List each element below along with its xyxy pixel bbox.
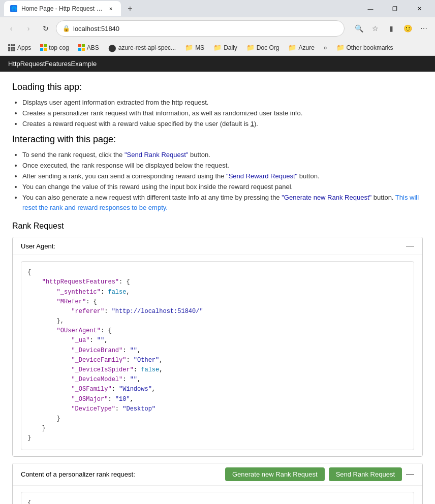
interacting-bullet-4: You can change the value of this reward … <box>22 182 423 193</box>
bookmark-more[interactable]: » <box>320 43 331 53</box>
bookmark-abs-label: ABS <box>87 44 99 51</box>
app-name: HttpRequestFeaturesExample <box>8 60 97 68</box>
interacting-bullet-1: To send the rank request, click the "Sen… <box>22 150 423 161</box>
folder-ms-icon: 📁 <box>185 44 193 51</box>
back-button[interactable]: ‹ <box>4 21 18 36</box>
folder-doc-org-icon: 📁 <box>246 44 255 51</box>
code-line: }, <box>27 317 408 326</box>
search-icon[interactable]: 🔍 <box>352 21 366 36</box>
loading-bullet-3: Creates a reward request with a reward v… <box>22 119 423 130</box>
interacting-bullet-5: You can also generate a new request with… <box>22 193 423 214</box>
apps-grid-icon <box>8 44 15 51</box>
browser-face-icon[interactable]: 🙂 <box>400 21 415 36</box>
folder-daily-icon: 📁 <box>213 44 222 51</box>
user-agent-collapse-button[interactable]: — <box>406 241 414 250</box>
code-line: "_DeviceModel": "", <box>27 375 408 385</box>
bookmark-abs[interactable]: ABS <box>74 43 103 53</box>
code-line: "_OSMajor": "10", <box>27 395 408 404</box>
personalizer-panel-body: { "contextFeatures": [ { "time": "night"… <box>13 486 422 504</box>
code-line: "MRefer": { <box>27 297 408 307</box>
loading-title: Loading this app: <box>12 82 423 92</box>
user-agent-panel-body: { "httpRequestFeatures": { "_synthetic":… <box>13 255 422 456</box>
user-agent-label: User Agent: <box>21 242 55 250</box>
send-rank-request-button[interactable]: Send Rank Request <box>329 467 402 481</box>
code-line: "_DeviceFamily": "Other", <box>27 356 408 365</box>
bookmark-daily-label: Daily <box>224 44 237 51</box>
personalizer-code-block: { "contextFeatures": [ { "time": "night"… <box>21 492 414 504</box>
restore-button[interactable]: ❐ <box>383 0 407 17</box>
code-line: "_synthetic": false, <box>27 288 408 297</box>
loading-bullet-1: Displays user agent information extracte… <box>22 98 423 108</box>
code-line: { <box>27 268 408 277</box>
bookmark-azure[interactable]: 📁 Azure <box>284 42 318 53</box>
interacting-bullet-3: After sending a rank, you can send a cor… <box>22 171 423 182</box>
bookmark-doc-org[interactable]: 📁 Doc Org <box>242 42 284 53</box>
bookmark-azure-rest[interactable]: ⬤ azure-rest-api-spec... <box>104 42 180 53</box>
collections-icon[interactable]: ▮ <box>384 21 398 36</box>
browser-tab[interactable]: 🌐 Home Page - Http Request Featu... × <box>4 1 121 16</box>
url-text: localhost:51840 <box>73 25 338 33</box>
bookmark-azure-label: Azure <box>298 44 314 51</box>
user-agent-panel: User Agent: — { "httpRequestFeatures": {… <box>12 237 423 456</box>
refresh-button[interactable]: ↻ <box>39 21 53 36</box>
rank-request-title: Rank Request <box>12 222 423 231</box>
github-icon: ⬤ <box>108 44 116 52</box>
code-line: "_OSFamily": "Windows", <box>27 385 408 394</box>
interacting-title: Interacting with this page: <box>12 134 423 145</box>
tab-close-button[interactable]: × <box>107 5 115 13</box>
code-line: "_DeviceIsSpider": false, <box>27 365 408 375</box>
code-line: } <box>27 433 408 443</box>
bookmark-ms[interactable]: 📁 MS <box>181 42 208 53</box>
bookmark-ms-label: MS <box>195 44 204 51</box>
loading-bullet-2: Creates a personalizer rank request with… <box>22 108 423 119</box>
interacting-bullets: To send the rank request, click the "Sen… <box>12 150 423 213</box>
folder-azure-icon: 📁 <box>288 44 296 51</box>
bookmark-apps[interactable]: Apps <box>4 43 35 53</box>
folder-other-icon: 📁 <box>336 44 345 51</box>
page-content: Loading this app: Displays user agent in… <box>0 72 435 504</box>
bookmark-daily[interactable]: 📁 Daily <box>209 42 241 53</box>
bookmark-top-cog-label: top cog <box>49 44 69 51</box>
forward-button[interactable]: › <box>21 21 36 36</box>
code-line: "OUserAgent": { <box>27 326 408 336</box>
code-line: "DeviceType": "Desktop" <box>27 404 408 414</box>
bookmark-other-label: Other bookmarks <box>347 44 393 51</box>
ms-logo-icon <box>40 44 47 51</box>
personalizer-panel-collapse-button[interactable]: — <box>406 469 414 479</box>
bookmark-azure-rest-label: azure-rest-api-spec... <box>118 44 176 51</box>
code-line: "_ua": "", <box>27 336 408 345</box>
bookmark-apps-label: Apps <box>17 44 31 51</box>
bookmark-star-icon[interactable]: ☆ <box>368 21 382 36</box>
minimize-button[interactable]: — <box>359 0 382 17</box>
code-line: "httpRequestFeatures": { <box>27 277 408 287</box>
generate-rank-request-button[interactable]: Generate new Rank Request <box>225 467 325 481</box>
bookmarks-bar: Apps top cog ABS ⬤ azure-rest-api-spec..… <box>0 40 435 56</box>
address-bar: ‹ › ↻ 🔒 localhost:51840 🔍 ☆ ▮ 🙂 ⋯ <box>0 17 435 40</box>
window-controls: — ❐ ✕ <box>359 0 431 17</box>
code-line: "_DeviceBrand": "", <box>27 346 408 356</box>
titlebar: 🌐 Home Page - Http Request Featu... × + … <box>0 0 435 17</box>
personalizer-panel-label: Content of a personalizer rank request: <box>21 470 221 478</box>
menu-icon[interactable]: ⋯ <box>417 21 431 36</box>
bookmark-other[interactable]: 📁 Other bookmarks <box>332 42 397 53</box>
code-line: { <box>27 498 408 504</box>
address-bar-icons: 🔍 ☆ ▮ 🙂 ⋯ <box>352 21 431 36</box>
interacting-bullet-2: Once executed, the rank response will be… <box>22 161 423 171</box>
bookmark-more-label: » <box>324 44 327 51</box>
new-tab-button[interactable]: + <box>123 2 137 16</box>
tab-title: Home Page - Http Request Featu... <box>21 5 103 12</box>
user-agent-panel-header: User Agent: — <box>13 237 422 255</box>
user-agent-code-block: { "httpRequestFeatures": { "_synthetic":… <box>21 261 414 450</box>
page-header: HttpRequestFeaturesExample <box>0 56 435 72</box>
personalizer-panel: Content of a personalizer rank request: … <box>12 463 423 504</box>
code-line: } <box>27 414 408 424</box>
bookmark-doc-org-label: Doc Org <box>257 44 279 51</box>
ms-logo-abs-icon <box>78 44 85 51</box>
tab-favicon: 🌐 <box>10 5 17 12</box>
close-button[interactable]: ✕ <box>408 0 431 17</box>
code-line: "referer": "http://localhost:51840/" <box>27 307 408 317</box>
personalizer-panel-header: Content of a personalizer rank request: … <box>13 463 422 486</box>
bookmark-top-cog[interactable]: top cog <box>36 43 73 53</box>
url-bar[interactable]: 🔒 localhost:51840 <box>56 20 345 37</box>
code-line: } <box>27 424 408 433</box>
